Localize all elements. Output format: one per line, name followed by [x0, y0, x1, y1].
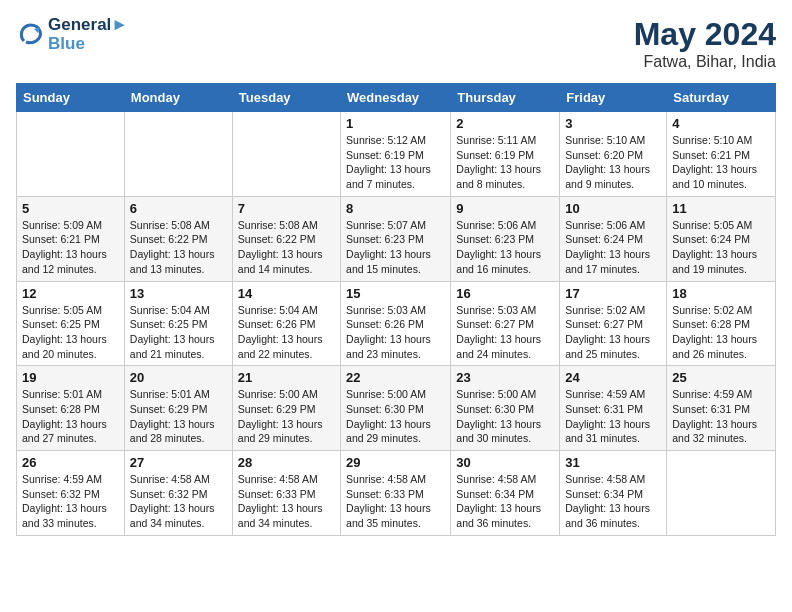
day-number: 14 — [238, 286, 335, 301]
calendar-cell: 16Sunrise: 5:03 AM Sunset: 6:27 PM Dayli… — [451, 281, 560, 366]
day-number: 26 — [22, 455, 119, 470]
day-number: 6 — [130, 201, 227, 216]
day-info: Sunrise: 4:58 AM Sunset: 6:32 PM Dayligh… — [130, 472, 227, 531]
day-number: 15 — [346, 286, 445, 301]
weekday-header-saturday: Saturday — [667, 84, 776, 112]
day-info: Sunrise: 5:04 AM Sunset: 6:26 PM Dayligh… — [238, 303, 335, 362]
calendar-cell: 18Sunrise: 5:02 AM Sunset: 6:28 PM Dayli… — [667, 281, 776, 366]
day-number: 21 — [238, 370, 335, 385]
day-info: Sunrise: 4:59 AM Sunset: 6:32 PM Dayligh… — [22, 472, 119, 531]
calendar-cell: 12Sunrise: 5:05 AM Sunset: 6:25 PM Dayli… — [17, 281, 125, 366]
day-number: 9 — [456, 201, 554, 216]
day-info: Sunrise: 5:03 AM Sunset: 6:27 PM Dayligh… — [456, 303, 554, 362]
day-number: 31 — [565, 455, 661, 470]
week-row-2: 5Sunrise: 5:09 AM Sunset: 6:21 PM Daylig… — [17, 196, 776, 281]
day-number: 30 — [456, 455, 554, 470]
location: Fatwa, Bihar, India — [634, 53, 776, 71]
day-number: 5 — [22, 201, 119, 216]
day-info: Sunrise: 5:05 AM Sunset: 6:25 PM Dayligh… — [22, 303, 119, 362]
day-number: 16 — [456, 286, 554, 301]
calendar-cell: 27Sunrise: 4:58 AM Sunset: 6:32 PM Dayli… — [124, 451, 232, 536]
weekday-header-wednesday: Wednesday — [341, 84, 451, 112]
day-number: 7 — [238, 201, 335, 216]
week-row-5: 26Sunrise: 4:59 AM Sunset: 6:32 PM Dayli… — [17, 451, 776, 536]
day-info: Sunrise: 4:58 AM Sunset: 6:34 PM Dayligh… — [565, 472, 661, 531]
calendar-cell: 29Sunrise: 4:58 AM Sunset: 6:33 PM Dayli… — [341, 451, 451, 536]
day-info: Sunrise: 5:06 AM Sunset: 6:24 PM Dayligh… — [565, 218, 661, 277]
calendar-cell: 22Sunrise: 5:00 AM Sunset: 6:30 PM Dayli… — [341, 366, 451, 451]
day-info: Sunrise: 5:08 AM Sunset: 6:22 PM Dayligh… — [238, 218, 335, 277]
day-info: Sunrise: 5:10 AM Sunset: 6:20 PM Dayligh… — [565, 133, 661, 192]
calendar-cell: 23Sunrise: 5:00 AM Sunset: 6:30 PM Dayli… — [451, 366, 560, 451]
weekday-header-tuesday: Tuesday — [232, 84, 340, 112]
calendar-cell: 30Sunrise: 4:58 AM Sunset: 6:34 PM Dayli… — [451, 451, 560, 536]
day-info: Sunrise: 5:02 AM Sunset: 6:28 PM Dayligh… — [672, 303, 770, 362]
logo-text: General► Blue — [48, 16, 128, 53]
day-number: 29 — [346, 455, 445, 470]
day-info: Sunrise: 5:01 AM Sunset: 6:28 PM Dayligh… — [22, 387, 119, 446]
calendar-cell: 6Sunrise: 5:08 AM Sunset: 6:22 PM Daylig… — [124, 196, 232, 281]
calendar-table: SundayMondayTuesdayWednesdayThursdayFrid… — [16, 83, 776, 536]
calendar-cell: 14Sunrise: 5:04 AM Sunset: 6:26 PM Dayli… — [232, 281, 340, 366]
day-info: Sunrise: 5:07 AM Sunset: 6:23 PM Dayligh… — [346, 218, 445, 277]
calendar-cell: 15Sunrise: 5:03 AM Sunset: 6:26 PM Dayli… — [341, 281, 451, 366]
day-info: Sunrise: 5:09 AM Sunset: 6:21 PM Dayligh… — [22, 218, 119, 277]
day-info: Sunrise: 4:59 AM Sunset: 6:31 PM Dayligh… — [565, 387, 661, 446]
calendar-cell — [124, 112, 232, 197]
calendar-cell: 1Sunrise: 5:12 AM Sunset: 6:19 PM Daylig… — [341, 112, 451, 197]
day-number: 3 — [565, 116, 661, 131]
day-info: Sunrise: 4:58 AM Sunset: 6:33 PM Dayligh… — [346, 472, 445, 531]
calendar-cell: 17Sunrise: 5:02 AM Sunset: 6:27 PM Dayli… — [560, 281, 667, 366]
calendar-cell: 4Sunrise: 5:10 AM Sunset: 6:21 PM Daylig… — [667, 112, 776, 197]
day-number: 10 — [565, 201, 661, 216]
day-number: 18 — [672, 286, 770, 301]
week-row-4: 19Sunrise: 5:01 AM Sunset: 6:28 PM Dayli… — [17, 366, 776, 451]
day-number: 20 — [130, 370, 227, 385]
calendar-cell: 5Sunrise: 5:09 AM Sunset: 6:21 PM Daylig… — [17, 196, 125, 281]
weekday-header-sunday: Sunday — [17, 84, 125, 112]
day-info: Sunrise: 5:05 AM Sunset: 6:24 PM Dayligh… — [672, 218, 770, 277]
day-info: Sunrise: 5:11 AM Sunset: 6:19 PM Dayligh… — [456, 133, 554, 192]
day-number: 28 — [238, 455, 335, 470]
weekday-header-thursday: Thursday — [451, 84, 560, 112]
calendar-cell — [232, 112, 340, 197]
day-info: Sunrise: 5:06 AM Sunset: 6:23 PM Dayligh… — [456, 218, 554, 277]
day-info: Sunrise: 5:00 AM Sunset: 6:29 PM Dayligh… — [238, 387, 335, 446]
day-number: 4 — [672, 116, 770, 131]
day-number: 2 — [456, 116, 554, 131]
day-info: Sunrise: 4:59 AM Sunset: 6:31 PM Dayligh… — [672, 387, 770, 446]
week-row-1: 1Sunrise: 5:12 AM Sunset: 6:19 PM Daylig… — [17, 112, 776, 197]
day-number: 24 — [565, 370, 661, 385]
calendar-cell: 7Sunrise: 5:08 AM Sunset: 6:22 PM Daylig… — [232, 196, 340, 281]
logo-icon — [16, 21, 44, 49]
calendar-cell: 8Sunrise: 5:07 AM Sunset: 6:23 PM Daylig… — [341, 196, 451, 281]
calendar-cell: 31Sunrise: 4:58 AM Sunset: 6:34 PM Dayli… — [560, 451, 667, 536]
weekday-header-monday: Monday — [124, 84, 232, 112]
day-number: 1 — [346, 116, 445, 131]
day-info: Sunrise: 5:04 AM Sunset: 6:25 PM Dayligh… — [130, 303, 227, 362]
calendar-cell: 13Sunrise: 5:04 AM Sunset: 6:25 PM Dayli… — [124, 281, 232, 366]
day-number: 22 — [346, 370, 445, 385]
day-info: Sunrise: 4:58 AM Sunset: 6:34 PM Dayligh… — [456, 472, 554, 531]
day-info: Sunrise: 5:12 AM Sunset: 6:19 PM Dayligh… — [346, 133, 445, 192]
calendar-cell: 11Sunrise: 5:05 AM Sunset: 6:24 PM Dayli… — [667, 196, 776, 281]
day-number: 8 — [346, 201, 445, 216]
week-row-3: 12Sunrise: 5:05 AM Sunset: 6:25 PM Dayli… — [17, 281, 776, 366]
day-number: 11 — [672, 201, 770, 216]
day-number: 25 — [672, 370, 770, 385]
calendar-cell: 28Sunrise: 4:58 AM Sunset: 6:33 PM Dayli… — [232, 451, 340, 536]
day-info: Sunrise: 4:58 AM Sunset: 6:33 PM Dayligh… — [238, 472, 335, 531]
weekday-header-row: SundayMondayTuesdayWednesdayThursdayFrid… — [17, 84, 776, 112]
day-info: Sunrise: 5:00 AM Sunset: 6:30 PM Dayligh… — [346, 387, 445, 446]
calendar-cell: 24Sunrise: 4:59 AM Sunset: 6:31 PM Dayli… — [560, 366, 667, 451]
calendar-cell: 2Sunrise: 5:11 AM Sunset: 6:19 PM Daylig… — [451, 112, 560, 197]
calendar-cell: 25Sunrise: 4:59 AM Sunset: 6:31 PM Dayli… — [667, 366, 776, 451]
day-number: 27 — [130, 455, 227, 470]
weekday-header-friday: Friday — [560, 84, 667, 112]
calendar-cell: 3Sunrise: 5:10 AM Sunset: 6:20 PM Daylig… — [560, 112, 667, 197]
day-number: 19 — [22, 370, 119, 385]
month-year: May 2024 — [634, 16, 776, 53]
day-info: Sunrise: 5:02 AM Sunset: 6:27 PM Dayligh… — [565, 303, 661, 362]
calendar-cell: 21Sunrise: 5:00 AM Sunset: 6:29 PM Dayli… — [232, 366, 340, 451]
day-info: Sunrise: 5:10 AM Sunset: 6:21 PM Dayligh… — [672, 133, 770, 192]
